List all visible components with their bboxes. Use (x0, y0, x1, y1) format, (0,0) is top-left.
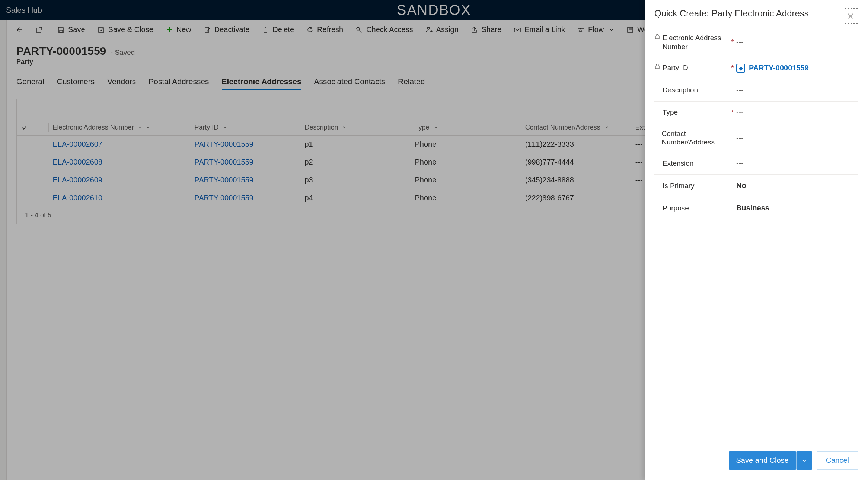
save-and-close-button[interactable]: Save and Close (729, 451, 796, 470)
field-value: No (736, 181, 858, 190)
field-label: Is Primary (663, 181, 695, 190)
field-type[interactable]: Type * --- (654, 102, 858, 124)
field-label: Extension (663, 159, 693, 168)
svg-rect-7 (655, 36, 659, 39)
field-electronic-address-number[interactable]: Electronic Address Number * --- (654, 28, 858, 57)
required-indicator: * (729, 64, 736, 72)
lookup-value[interactable]: ◆ PARTY-00001559 (736, 64, 809, 73)
quick-create-title: Quick Create: Party Electronic Address (654, 8, 809, 19)
field-label: Party ID (663, 63, 688, 72)
field-label: Type (663, 108, 678, 117)
lookup-text: PARTY-00001559 (749, 64, 809, 72)
field-value: --- (736, 159, 858, 168)
save-and-close-chevron[interactable] (796, 451, 812, 470)
entity-icon: ◆ (736, 64, 745, 73)
field-value: --- (736, 86, 858, 95)
svg-rect-8 (655, 66, 659, 69)
field-label: Electronic Address Number (663, 34, 729, 51)
quick-create-form: Electronic Address Number * --- Party ID… (645, 24, 868, 443)
field-party-id[interactable]: Party ID * ◆ PARTY-00001559 (654, 57, 858, 79)
field-label: Description (663, 86, 698, 95)
field-purpose[interactable]: Purpose Business (654, 197, 858, 219)
field-value: --- (736, 134, 858, 142)
field-extension[interactable]: Extension --- (654, 152, 858, 175)
field-contact-number-address[interactable]: Contact Number/Address --- (654, 124, 858, 153)
field-label: Purpose (663, 204, 689, 213)
required-indicator: * (729, 108, 736, 117)
field-label: Contact Number/Address (662, 129, 729, 147)
field-value: Business (736, 204, 858, 212)
quick-create-panel: Quick Create: Party Electronic Address E… (645, 0, 868, 480)
quick-create-footer: Save and Close Cancel (645, 443, 868, 480)
field-value: --- (736, 108, 858, 117)
field-is-primary[interactable]: Is Primary No (654, 175, 858, 197)
lock-icon (654, 63, 660, 69)
close-icon (847, 13, 854, 19)
save-and-close-split: Save and Close (729, 451, 812, 470)
cancel-button[interactable]: Cancel (817, 451, 858, 470)
lock-icon (654, 34, 660, 39)
required-indicator: * (729, 38, 736, 47)
field-value: --- (736, 38, 858, 47)
field-description[interactable]: Description --- (654, 79, 858, 102)
close-button[interactable] (843, 8, 858, 24)
